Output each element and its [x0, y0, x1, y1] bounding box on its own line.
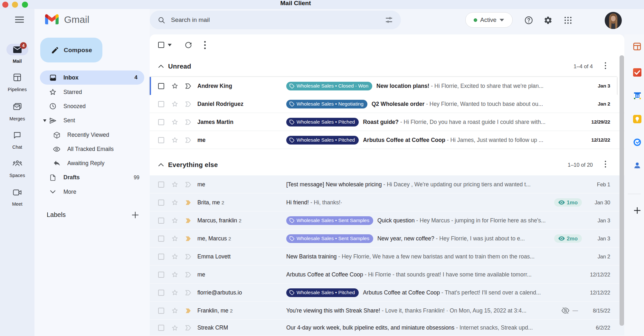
svg-text:31: 31 — [636, 94, 639, 98]
